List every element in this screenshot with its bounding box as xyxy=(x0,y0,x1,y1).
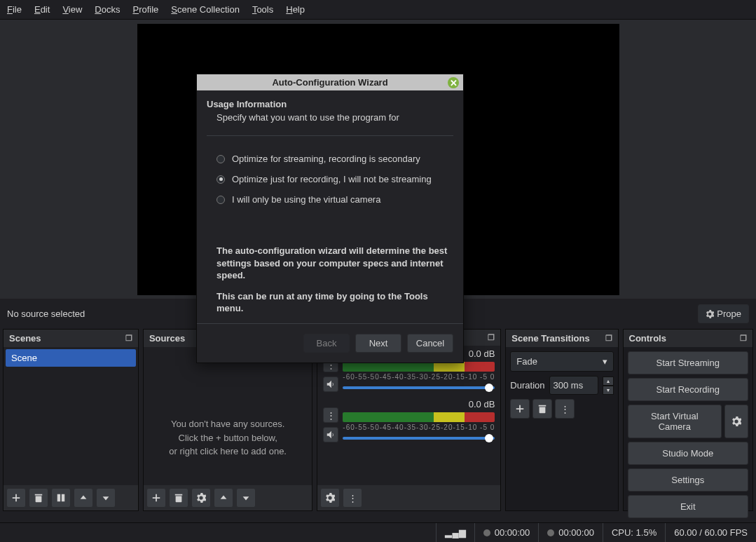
menu-profile[interactable]: Profile xyxy=(132,4,158,15)
start-streaming-button[interactable]: Start Streaming xyxy=(628,351,749,374)
live-time: 00:00:00 xyxy=(495,527,530,538)
menu-help[interactable]: Help xyxy=(286,4,305,15)
divider xyxy=(207,135,453,136)
close-icon: ✕ xyxy=(450,78,458,88)
menu-tools[interactable]: Tools xyxy=(252,4,273,15)
sources-list[interactable]: You don't have any sources. Click the + … xyxy=(144,347,312,485)
usage-option-0[interactable]: Optimize for streaming, recording is sec… xyxy=(207,149,453,169)
properties-label: Prope xyxy=(717,309,741,319)
remove-transition-button[interactable] xyxy=(532,399,552,419)
transition-value: Fade xyxy=(516,356,537,367)
source-properties-button[interactable] xyxy=(191,488,211,508)
transition-menu-button[interactable]: ⋮ xyxy=(555,399,575,419)
channel-db: 0.0 dB xyxy=(469,399,495,409)
scenes-title: Scenes xyxy=(9,333,41,344)
menubar: FileEditViewDocksProfileScene Collection… xyxy=(0,0,756,20)
radio-label: Optimize just for recording, I will not … xyxy=(232,174,432,184)
mute-button[interactable] xyxy=(323,377,338,392)
remove-scene-button[interactable] xyxy=(29,488,48,508)
add-scene-button[interactable] xyxy=(6,488,26,508)
start-recording-button[interactable]: Start Recording xyxy=(628,378,749,401)
settings-button[interactable]: Settings xyxy=(628,468,749,492)
radio-icon xyxy=(217,175,225,184)
source-down-button[interactable] xyxy=(236,488,256,508)
live-dot-icon xyxy=(483,529,490,536)
scene-down-button[interactable] xyxy=(96,488,116,508)
duration-down-button[interactable]: ▾ xyxy=(603,386,614,395)
transition-select[interactable]: Fade ▾ xyxy=(510,351,613,372)
transitions-panel: Scene Transitions ❐ Fade ▾ Duration ▴ ▾ … xyxy=(505,329,618,511)
popout-icon[interactable]: ❐ xyxy=(605,334,612,343)
radio-label: Optimize for streaming, recording is sec… xyxy=(232,154,420,164)
mute-button[interactable] xyxy=(323,427,338,442)
transitions-title: Scene Transitions xyxy=(511,333,589,344)
fps-counter: 60.00 / 60.00 FPS xyxy=(674,527,748,538)
exit-button[interactable]: Exit xyxy=(628,495,749,518)
scene-filter-button[interactable] xyxy=(51,488,71,508)
close-button[interactable]: ✕ xyxy=(448,77,459,88)
popout-icon[interactable]: ❐ xyxy=(488,333,495,342)
duration-label: Duration xyxy=(510,380,544,391)
popout-icon[interactable]: ❐ xyxy=(740,334,747,343)
cpu-usage: CPU: 1.5% xyxy=(612,527,657,538)
channel-menu-button[interactable]: ⋮ xyxy=(323,407,338,423)
dialog-subheading: Specify what you want to use the program… xyxy=(207,112,453,123)
scenes-panel: Scenes ❐ Scene xyxy=(3,329,139,511)
cancel-button[interactable]: Cancel xyxy=(407,334,453,353)
level-meter xyxy=(343,412,495,422)
mixer-channel: ⋮ 0.0 dB -60-55-50-45-40-35-30-25-20-15-… xyxy=(317,396,500,447)
duration-up-button[interactable]: ▴ xyxy=(603,377,614,386)
menu-docks[interactable]: Docks xyxy=(95,4,120,15)
next-button[interactable]: Next xyxy=(355,334,401,353)
duration-input[interactable] xyxy=(549,376,598,395)
channel-db: 0.0 dB xyxy=(469,348,495,359)
menu-file[interactable]: File xyxy=(7,4,22,15)
dialog-note: The auto-configuration wizard will deter… xyxy=(207,245,453,282)
add-transition-button[interactable] xyxy=(510,399,530,419)
volume-slider[interactable] xyxy=(343,437,495,440)
remove-source-button[interactable] xyxy=(169,488,188,508)
menu-view[interactable]: View xyxy=(62,4,82,15)
signal-icon: ▂▄▆ xyxy=(445,527,465,538)
mixer-settings-button[interactable] xyxy=(320,488,340,508)
properties-button[interactable]: Prope xyxy=(698,304,749,323)
no-source-label: No source selected xyxy=(7,309,85,319)
start-virtual-camera-button[interactable]: Start Virtual Camera xyxy=(628,405,722,438)
rec-time: 00:00:00 xyxy=(558,527,594,538)
db-ticks: -60-55-50-45-40-35-30-25-20-15-10 -5 0 xyxy=(343,424,495,431)
chevron-down-icon: ▾ xyxy=(603,356,607,367)
volume-slider[interactable] xyxy=(343,386,495,389)
dialog-heading: Usage Information xyxy=(207,99,453,109)
dialog-title: Auto-Configuration Wizard xyxy=(272,77,387,88)
source-up-button[interactable] xyxy=(214,488,233,508)
studio-mode-button[interactable]: Studio Mode xyxy=(628,442,749,465)
network-status: ▂▄▆ xyxy=(436,523,474,542)
menu-edit[interactable]: Edit xyxy=(34,4,50,15)
usage-option-2[interactable]: I will only be using the virtual camera xyxy=(207,189,453,210)
gear-icon xyxy=(706,310,714,318)
controls-title: Controls xyxy=(629,333,666,344)
sources-empty-line: You don't have any sources. xyxy=(144,417,312,431)
auto-config-wizard-dialog: Auto-Configuration Wizard ✕ Usage Inform… xyxy=(196,74,464,363)
level-meter xyxy=(343,362,495,372)
mixer-menu-button[interactable]: ⋮ xyxy=(343,488,362,508)
controls-panel: Controls ❐ Start Streaming Start Recordi… xyxy=(623,329,754,511)
radio-label: I will only be using the virtual camera xyxy=(232,194,380,205)
status-bar: ▂▄▆ 00:00:00 00:00:00 CPU: 1.5% 60.00 / … xyxy=(0,522,756,542)
usage-option-1[interactable]: Optimize just for recording, I will not … xyxy=(207,169,453,189)
sources-title: Sources xyxy=(149,333,185,344)
add-source-button[interactable] xyxy=(146,488,166,508)
sources-empty-line: or right click here to add one. xyxy=(144,445,312,459)
virtual-camera-settings-button[interactable] xyxy=(724,405,748,438)
db-ticks: -60-55-50-45-40-35-30-25-20-15-10 -5 0 xyxy=(343,373,495,381)
back-button[interactable]: Back xyxy=(303,334,350,353)
scene-item[interactable]: Scene xyxy=(6,349,136,367)
radio-icon xyxy=(217,196,225,204)
dialog-note: This can be run at any time by going to … xyxy=(207,290,453,315)
popout-icon[interactable]: ❐ xyxy=(125,334,132,343)
radio-icon xyxy=(217,155,225,163)
scene-up-button[interactable] xyxy=(74,488,93,508)
sources-empty-line: Click the + button below, xyxy=(144,431,312,445)
rec-dot-icon xyxy=(547,529,554,536)
menu-scene-collection[interactable]: Scene Collection xyxy=(171,4,240,15)
